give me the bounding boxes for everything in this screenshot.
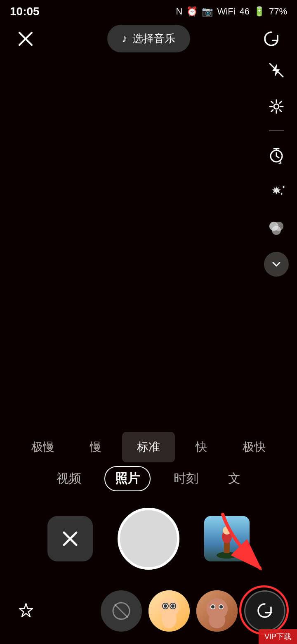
close-icon (17, 31, 34, 47)
battery-icon: 🔋 (254, 6, 265, 17)
favorites-button[interactable] (12, 597, 40, 625)
battery-level: 77% (269, 6, 287, 17)
right-toolbar: 3 ✦ ✦ (264, 58, 289, 277)
svg-point-30 (171, 604, 174, 608)
mode-video[interactable]: 视频 (50, 467, 88, 490)
no-filter-icon (111, 601, 132, 621)
svg-point-28 (164, 604, 167, 608)
timer-icon: 3 (266, 145, 286, 165)
svg-point-37 (209, 612, 225, 628)
flip-camera-button[interactable] (259, 26, 284, 51)
filter-face-1-button[interactable] (148, 590, 190, 632)
speed-fast[interactable]: 快 (175, 432, 228, 462)
svg-point-34 (211, 605, 214, 608)
shutter-button[interactable] (118, 508, 179, 570)
wifi-icon: WiFi (217, 6, 235, 17)
status-icons: N ⏰ 📷 WiFi 46 🔋 77% (176, 6, 287, 17)
status-time: 10:05 (10, 5, 40, 18)
mode-moment[interactable]: 时刻 (167, 467, 205, 490)
alarm-icon: ⏰ (186, 6, 198, 17)
settings-button[interactable] (264, 94, 289, 119)
color-filters-button[interactable] (264, 215, 289, 240)
star-icon (17, 602, 35, 620)
svg-point-19 (223, 526, 231, 535)
camera-status-icon: 📷 (202, 6, 213, 17)
svg-text:✦: ✦ (282, 185, 285, 189)
settings-icon (268, 98, 285, 115)
ai-refresh-icon (255, 601, 275, 621)
nfc-icon: N (176, 6, 183, 17)
face-filter-2 (196, 590, 238, 632)
face-filter-1 (148, 590, 190, 632)
svg-line-21 (115, 605, 127, 617)
music-icon: ♪ (122, 32, 127, 45)
speed-very-slow[interactable]: 极慢 (16, 432, 69, 462)
timer-button[interactable]: 3 (264, 143, 289, 168)
gallery-thumbnail[interactable] (204, 516, 250, 561)
filter-list (101, 590, 285, 632)
svg-point-36 (219, 605, 223, 608)
vip-watermark: VIP下载 (259, 629, 297, 644)
svg-point-26 (162, 610, 177, 628)
signal-icon: 46 (239, 6, 249, 17)
beauty-icon: ✦ ✦ (268, 183, 285, 200)
speed-very-fast[interactable]: 极快 (228, 432, 280, 462)
ai-filter-button[interactable] (244, 590, 285, 632)
beauty-button[interactable]: ✦ ✦ (264, 179, 289, 204)
flip-camera-icon (262, 30, 280, 48)
music-label: 选择音乐 (132, 31, 175, 46)
gallery-image (204, 516, 250, 561)
mode-text[interactable]: 文 (222, 467, 247, 490)
chevron-down-icon (271, 258, 282, 270)
status-bar: 10:05 N ⏰ 📷 WiFi 46 🔋 77% (0, 0, 297, 23)
toolbar-divider (269, 130, 284, 131)
svg-point-3 (274, 104, 279, 109)
close-button[interactable] (13, 26, 38, 51)
capture-mode-selector: 视频 照片 时刻 文 (0, 466, 297, 491)
color-circles-icon (267, 219, 285, 237)
gallery-preview (204, 516, 250, 561)
svg-text:✦: ✦ (280, 192, 283, 196)
svg-text:3: 3 (278, 159, 282, 165)
speed-selector: 极慢 慢 标准 快 极快 (0, 432, 297, 462)
filter-bar (0, 590, 297, 632)
filter-face-2-button[interactable] (196, 590, 238, 632)
flash-button[interactable] (264, 58, 289, 83)
speed-slow[interactable]: 慢 (69, 432, 122, 462)
top-bar: ♪ 选择音乐 (0, 25, 297, 52)
select-music-button[interactable]: ♪ 选择音乐 (107, 25, 190, 52)
more-options-button[interactable] (264, 252, 289, 277)
speed-normal[interactable]: 标准 (122, 432, 175, 462)
flash-off-icon (268, 62, 285, 78)
mode-photo[interactable]: 照片 (104, 466, 151, 491)
capture-controls (0, 508, 297, 570)
svg-point-12 (272, 226, 281, 235)
delete-button[interactable] (47, 516, 93, 561)
no-filter-button[interactable] (101, 590, 142, 632)
delete-icon (60, 528, 80, 549)
